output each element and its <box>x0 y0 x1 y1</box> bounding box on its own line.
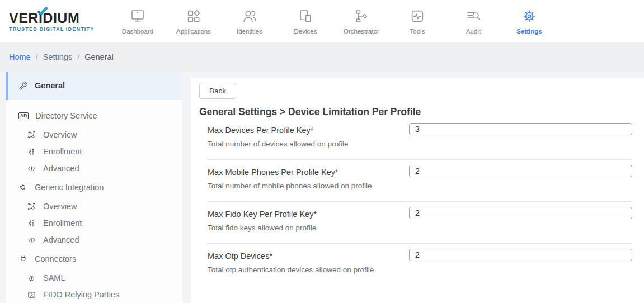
sidebar-item-generic-integration[interactable]: Generic Integration <box>6 177 182 198</box>
sidebar-item-label: General <box>35 81 65 90</box>
breadcrumb-separator: / <box>77 53 79 61</box>
field-label: Max Fido Key Per Profile Key* <box>208 210 409 219</box>
sidebar-item-label: SAML <box>43 273 65 282</box>
grid-apps-icon <box>185 8 202 25</box>
sidebar-item-fido-relying-parties[interactable]: FIDO Relying Parties <box>6 286 182 303</box>
form-row-max-mobile-phones-per-profile-key: Max Mobile Phones Per Profile Key*Total … <box>208 160 632 202</box>
nav-item-label: Identities <box>237 28 262 35</box>
checkmark-icon <box>37 6 48 18</box>
sidebar-item-label: Enrollment <box>43 219 82 228</box>
brand-name: VERIDIUM <box>9 11 97 25</box>
veridium-logo[interactable]: VERIDIUM TRUSTED DIGITAL IDENTITY <box>9 11 97 32</box>
sidebar-item-saml[interactable]: SAML <box>6 269 182 286</box>
code-icon <box>27 235 36 245</box>
device-limitation-form: Max Devices Per Profile Key*Total number… <box>208 118 632 286</box>
audit-icon <box>465 8 482 25</box>
nav-item-label: Dashboard <box>122 28 153 35</box>
content-area: GeneralADDirectory ServiceOverviewEnroll… <box>0 72 644 303</box>
sidebar-item-label: Enrollment <box>43 147 82 156</box>
app-header: VERIDIUM TRUSTED DIGITAL IDENTITY Dashbo… <box>0 0 644 42</box>
nav-item-identities[interactable]: Identities <box>222 8 278 35</box>
keyhole-icon <box>27 273 36 283</box>
sidebar-item-general[interactable]: General <box>6 72 182 100</box>
field-description: Total number of mobile phones allowed on… <box>208 182 409 190</box>
orchestrator-icon <box>353 8 370 25</box>
breadcrumb-item-settings: Settings <box>43 53 72 61</box>
top-nav: DashboardApplicationsIdentitiesDevicesOr… <box>110 8 557 35</box>
nav-item-label: Settings <box>516 28 542 35</box>
field-description: Total number of devices allowed on profi… <box>208 140 409 148</box>
field-text: Max Devices Per Profile Key*Total number… <box>208 118 409 159</box>
field-input-max-devices-per-profile-key[interactable] <box>409 123 632 135</box>
nav-item-devices[interactable]: Devices <box>278 8 333 35</box>
nav-item-orchestrator[interactable]: Orchestrator <box>333 8 389 35</box>
field-label: Max Otp Devices* <box>208 252 409 261</box>
plug-icon <box>18 254 28 264</box>
field-input-max-fido-key-per-profile-key[interactable] <box>409 207 632 219</box>
nav-item-tools[interactable]: Tools <box>389 8 445 35</box>
field-description: Total otp authentication devices allowed… <box>208 266 409 274</box>
sidebar-item-advanced[interactable]: Advanced <box>6 231 182 248</box>
breadcrumb-item-home[interactable]: Home <box>9 53 31 61</box>
field-input-wrap <box>409 202 632 243</box>
devices-icon <box>297 8 314 25</box>
monitor-icon <box>129 8 146 25</box>
nodes-icon <box>27 130 36 140</box>
sidebar-item-label: Directory Service <box>35 111 97 120</box>
sidebar-item-overview[interactable]: Overview <box>6 198 182 215</box>
field-label: Max Devices Per Profile Key* <box>208 126 409 135</box>
sidebar-item-label: Generic Integration <box>35 183 104 192</box>
field-input-wrap <box>409 160 632 201</box>
sidebar-item-label: Overview <box>43 130 77 139</box>
field-text: Max Fido Key Per Profile Key*Total fido … <box>208 202 409 243</box>
sliders-icon <box>27 219 36 228</box>
field-text: Max Mobile Phones Per Profile Key*Total … <box>208 160 409 201</box>
sidebar-item-label: FIDO Relying Parties <box>43 290 119 299</box>
nav-item-label: Orchestrator <box>344 28 379 35</box>
nav-item-label: Audit <box>466 28 481 35</box>
sidebar-item-label: Advanced <box>43 235 79 244</box>
nav-item-label: Applications <box>176 28 211 35</box>
sidebar-item-enrollment[interactable]: Enrollment <box>6 215 182 231</box>
fido-icon <box>27 290 36 300</box>
form-row-max-fido-key-per-profile-key: Max Fido Key Per Profile Key*Total fido … <box>208 202 632 244</box>
nav-item-dashboard[interactable]: Dashboard <box>110 8 166 35</box>
code-icon <box>27 164 36 173</box>
sidebar-item-directory-service[interactable]: ADDirectory Service <box>6 105 182 126</box>
form-row-max-devices-per-profile-key: Max Devices Per Profile Key*Total number… <box>208 118 632 160</box>
sidebar-item-enrollment[interactable]: Enrollment <box>6 143 182 160</box>
main-panel: Back General Settings > Device Limitatio… <box>191 78 644 303</box>
brand-tagline: TRUSTED DIGITAL IDENTITY <box>9 26 97 32</box>
nav-item-settings[interactable]: Settings <box>501 8 557 35</box>
form-row-max-otp-devices: Max Otp Devices*Total otp authentication… <box>208 244 632 286</box>
nodes-icon <box>27 202 36 211</box>
sidebar-item-label: Overview <box>43 202 77 211</box>
back-button[interactable]: Back <box>199 83 236 99</box>
sidebar-item-label: Advanced <box>43 164 79 173</box>
sidebar-item-advanced[interactable]: Advanced <box>6 160 182 177</box>
ad-badge-icon: AD <box>18 112 29 120</box>
settings-sidebar: GeneralADDirectory ServiceOverviewEnroll… <box>6 72 182 303</box>
breadcrumb: Home/Settings/General <box>0 42 644 72</box>
tools-icon <box>409 8 426 25</box>
nav-item-applications[interactable]: Applications <box>166 8 222 35</box>
nav-item-audit[interactable]: Audit <box>445 8 501 35</box>
field-input-max-mobile-phones-per-profile-key[interactable] <box>409 165 632 177</box>
field-description: Total fido keys allowed on profile <box>208 224 409 232</box>
sidebar-item-connectors[interactable]: Connectors <box>6 248 182 269</box>
nav-item-label: Devices <box>294 28 317 35</box>
field-input-max-otp-devices[interactable] <box>409 249 632 261</box>
sidebar-item-overview[interactable]: Overview <box>6 126 182 143</box>
people-icon <box>241 8 258 25</box>
sidebar-item-label: Connectors <box>35 254 76 263</box>
breadcrumb-item-general: General <box>84 53 114 61</box>
plug-diagonal-icon <box>18 183 28 192</box>
page-title: General Settings > Device Limitation Per… <box>199 106 632 118</box>
gear-icon <box>521 8 538 25</box>
field-text: Max Otp Devices*Total otp authentication… <box>208 244 409 286</box>
field-input-wrap <box>409 244 632 286</box>
field-input-wrap <box>409 118 632 159</box>
sliders-icon <box>27 147 36 157</box>
field-label: Max Mobile Phones Per Profile Key* <box>208 168 409 177</box>
wrench-icon <box>18 81 28 91</box>
